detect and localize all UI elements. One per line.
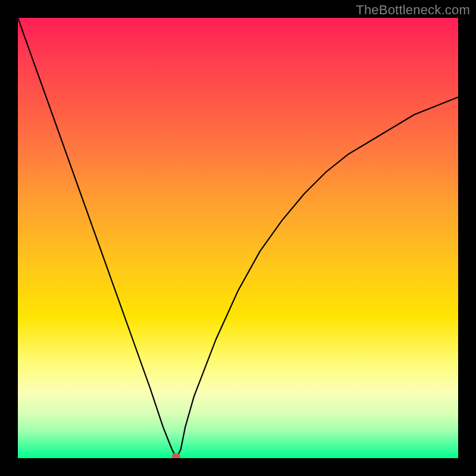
- plot-area: [18, 18, 458, 458]
- watermark-text: TheBottleneck.com: [356, 2, 470, 18]
- curve-svg: [18, 18, 458, 458]
- optimal-point-marker: [172, 453, 180, 458]
- bottleneck-curve: [18, 18, 458, 458]
